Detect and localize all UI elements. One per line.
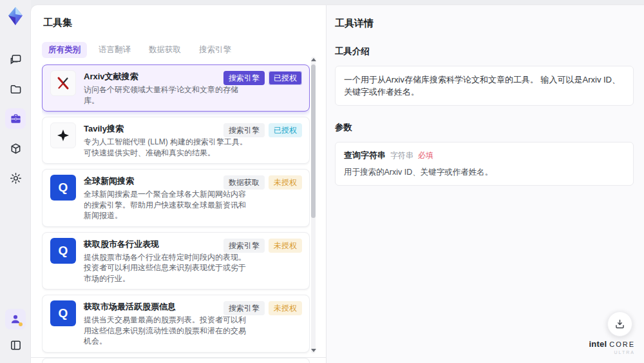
- tab-search-engine[interactable]: 搜索引擎: [193, 42, 238, 58]
- tool-card-tavily[interactable]: Tavily搜索 专为人工智能代理 (LLM) 构建的搜索引擎工具。可快速提供实…: [42, 117, 310, 164]
- logo-diamond-icon: [6, 6, 24, 26]
- user-status-dot: [19, 322, 23, 326]
- tab-data-fetch[interactable]: 数据获取: [142, 42, 187, 58]
- param-name: 查询字符串: [344, 150, 386, 161]
- intro-heading: 工具介绍: [335, 46, 634, 57]
- param-type: 字符串: [390, 150, 413, 161]
- sidebar-item-tools[interactable]: [5, 108, 26, 129]
- category-badge: 搜索引擎: [223, 71, 265, 85]
- sidebar-item-settings[interactable]: [5, 168, 26, 188]
- status-badge: 已授权: [269, 123, 302, 137]
- scroll-down-icon[interactable]: [311, 349, 316, 352]
- collapse-panel-icon: [10, 339, 22, 351]
- sidebar-item-account[interactable]: [5, 309, 26, 329]
- sidebar-bottom-nav: [5, 309, 26, 355]
- category-badge: 搜索引擎: [223, 123, 265, 137]
- panel-bottom-divider: [31, 357, 326, 358]
- status-badge: 未授权: [269, 175, 302, 190]
- news-search-icon: Q: [50, 300, 76, 326]
- toolbox-icon: [10, 113, 22, 125]
- brand-intel-text: intel: [589, 340, 607, 348]
- tool-description: 专为人工智能代理 (LLM) 构建的搜索引擎工具。可快速提供实时、准确和真实的结…: [84, 137, 252, 158]
- sidebar-item-files[interactable]: [5, 79, 26, 99]
- detail-title: 工具详情: [335, 17, 634, 30]
- main-window: 工具集 所有类别 语言翻译 数据获取 搜索引擎: [31, 5, 644, 363]
- list-scrollbar[interactable]: [311, 57, 316, 353]
- param-card: 查询字符串 字符串 必填 用于搜索的Arxiv ID、关键字或作者姓名。: [335, 142, 634, 186]
- tab-all-categories[interactable]: 所有类别: [42, 42, 87, 58]
- sidebar-item-collapse[interactable]: [5, 335, 26, 355]
- category-badge: 搜索引擎: [223, 301, 265, 315]
- intro-card: 一个用于从Arxiv存储库搜索科学论文和文章的工具。 输入可以是Arxiv ID…: [335, 66, 634, 106]
- tool-detail-panel: 工具详情 工具介绍 一个用于从Arxiv存储库搜索科学论文和文章的工具。 输入可…: [326, 5, 644, 363]
- intel-core-logo: intel CORE ULTRA: [589, 340, 635, 355]
- scrollbar-thumb[interactable]: [311, 64, 316, 218]
- param-header: 查询字符串 字符串 必填: [344, 150, 625, 161]
- params-heading: 参数: [335, 122, 634, 133]
- tool-description: 全球新闻搜索是一个聚合全球各大新闻网站内容的搜索引擎。帮助用户快速获取全球最新资…: [84, 189, 252, 221]
- news-search-icon: Q: [50, 175, 76, 201]
- sidebar-item-plugins[interactable]: [5, 138, 26, 159]
- tool-card-regional-news[interactable]: 万维地区新闻查询 查询具体行政区划内的新闻，快速了解各地新闻动 搜索引擎 未授权: [42, 358, 310, 363]
- category-badge: 搜索引擎: [223, 239, 265, 253]
- category-tabs: 所有类别 语言翻译 数据获取 搜索引擎: [42, 42, 326, 58]
- tool-card-active-stocks[interactable]: Q 获取市场最活跃股票信息 提供当天交易量最高的股票列表。投资者可以利用这些信息…: [42, 295, 310, 353]
- scroll-up-icon[interactable]: [311, 58, 316, 61]
- param-required-flag: 必填: [418, 150, 433, 161]
- sparkle-icon: [50, 123, 76, 148]
- cube-icon: [10, 142, 22, 155]
- status-badge: 已授权: [269, 71, 302, 85]
- tool-card-arxiv[interactable]: Arxiv文献搜索 访问各个研究领域大量科学论文和文章的存储库。 搜索引擎 已授…: [42, 64, 310, 112]
- sidebar-nav: [5, 49, 26, 188]
- tab-translation[interactable]: 语言翻译: [92, 42, 137, 58]
- arxiv-logo-icon: [50, 70, 76, 96]
- folder-icon: [10, 83, 22, 95]
- tool-badges: 搜索引擎 已授权: [223, 71, 302, 85]
- download-button[interactable]: [607, 311, 632, 337]
- tool-card-list: Arxiv文献搜索 访问各个研究领域大量科学论文和文章的存储库。 搜索引擎 已授…: [42, 64, 310, 363]
- chat-icon: [10, 54, 22, 66]
- app-root: 工具集 所有类别 语言翻译 数据获取 搜索引擎: [0, 0, 644, 363]
- brand-ultra-text: ULTRA: [589, 350, 635, 355]
- category-badge: 数据获取: [223, 175, 265, 190]
- tool-description: 访问各个研究领域大量科学论文和文章的存储库。: [84, 84, 252, 106]
- tool-card-sector-performance[interactable]: Q 获取股市各行业表现 提供股票市场各个行业在特定时间段内的表现。投资者可以利用…: [42, 232, 310, 290]
- page-title: 工具集: [43, 17, 326, 29]
- gear-icon: [10, 172, 22, 184]
- tool-description: 提供股票市场各个行业在特定时间段内的表现。投资者可以利用这些信息来识别表现优于或…: [84, 252, 252, 284]
- sidebar-item-chat[interactable]: [5, 49, 26, 70]
- sidebar: [0, 0, 31, 363]
- tool-description: 提供当天交易量最高的股票列表。投资者可以利用这些信息来识别流动性强的股票和潜在的…: [84, 315, 252, 347]
- tool-badges: 搜索引擎 未授权: [223, 239, 302, 253]
- tool-badges: 数据获取 未授权: [223, 175, 302, 190]
- status-badge: 未授权: [269, 301, 302, 315]
- tool-card-global-news[interactable]: Q 全球新闻搜索 全球新闻搜索是一个聚合全球各大新闻网站内容的搜索引擎。帮助用户…: [42, 169, 310, 227]
- brand-core-text: CORE: [609, 341, 635, 348]
- tool-badges: 搜索引擎 未授权: [223, 301, 302, 315]
- tool-badges: 搜索引擎 已授权: [223, 123, 302, 137]
- status-badge: 未授权: [269, 239, 302, 253]
- param-description: 用于搜索的Arxiv ID、关键字或作者姓名。: [344, 167, 625, 178]
- download-icon: [614, 319, 625, 329]
- news-search-icon: Q: [50, 238, 76, 264]
- intro-text: 一个用于从Arxiv存储库搜索科学论文和文章的工具。 输入可以是Arxiv ID…: [344, 74, 625, 98]
- tool-list-panel: 工具集 所有类别 语言翻译 数据获取 搜索引擎: [31, 5, 326, 363]
